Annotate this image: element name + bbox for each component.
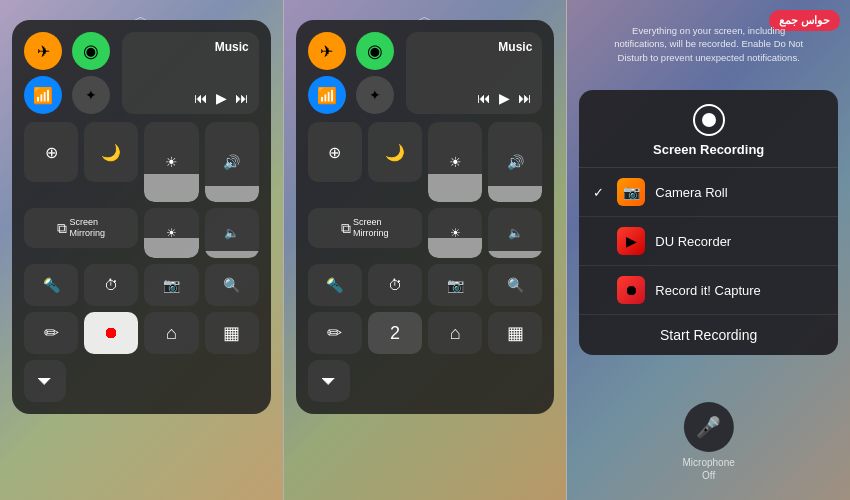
remote-btn-2[interactable]: ⏷ xyxy=(308,360,350,402)
calculator-btn[interactable]: ▦ xyxy=(205,312,259,354)
notes-btn[interactable]: ✏ xyxy=(24,312,78,354)
magnifier-btn[interactable]: 🔍 xyxy=(205,264,259,306)
check-icon: ✓ xyxy=(593,185,607,200)
next-icon-2[interactable]: ⏭ xyxy=(518,90,532,106)
do-not-disturb-btn-2[interactable]: 🌙 xyxy=(368,122,422,182)
record-it-label: Record it! Capture xyxy=(655,283,761,298)
volume-fill xyxy=(205,186,259,202)
timer-btn[interactable]: ⏱ xyxy=(84,264,138,306)
play-icon-2[interactable]: ▶ xyxy=(499,90,510,106)
magnifier-icon-2: 🔍 xyxy=(507,277,524,293)
check-empty-2: ✓ xyxy=(593,283,607,298)
lock-rotation-icon-2: ⊕ xyxy=(328,143,341,162)
next-icon[interactable]: ⏭ xyxy=(235,90,249,106)
cc-top-row-2: ✈ ◉ 📶 ✦ Music ⏮ ▶ ⏭ xyxy=(308,32,543,114)
brightness-icon-3: ☀ xyxy=(449,154,462,170)
mic-off-text: MicrophoneOff xyxy=(683,457,735,481)
camera-icon: 📷 xyxy=(163,277,180,293)
cc-quick-toggles-2: ✈ ◉ 📶 ✦ xyxy=(308,32,398,114)
home-btn[interactable]: ⌂ xyxy=(144,312,198,354)
brightness-fill xyxy=(144,174,198,202)
brightness-fill-3 xyxy=(428,174,482,202)
screen-mirror-btn[interactable]: ⧉ ScreenMirroring xyxy=(24,208,138,248)
sr-menu: Screen Recording ✓ 📷 Camera Roll ✓ ▶ DU … xyxy=(579,90,838,355)
lock-rotation-icon: ⊕ xyxy=(45,143,58,162)
camera-roll-label: Camera Roll xyxy=(655,185,727,200)
do-not-disturb-btn[interactable]: 🌙 xyxy=(84,122,138,182)
volume-slider-3[interactable]: 🔊 xyxy=(488,122,542,202)
timer-icon-2: ⏱ xyxy=(388,277,402,293)
volume-slider-4[interactable]: 🔈 xyxy=(488,208,542,258)
microphone-btn[interactable]: 🎤 xyxy=(684,402,734,452)
sr-description-text: Everything on your screen, includingnoti… xyxy=(614,25,803,63)
brightness-slider-2[interactable]: ☀ xyxy=(144,208,198,258)
bluetooth-btn-2[interactable]: ✦ xyxy=(356,76,394,114)
brightness-fill-4 xyxy=(428,238,482,258)
badge-btn[interactable]: 2 xyxy=(368,312,422,354)
brightness-slider-4[interactable]: ☀ xyxy=(428,208,482,258)
brightness-slider-3[interactable]: ☀ xyxy=(428,122,482,202)
sr-option-camera-roll[interactable]: ✓ 📷 Camera Roll xyxy=(579,168,838,217)
lock-rotation-btn[interactable]: ⊕ xyxy=(24,122,78,182)
volume-slider-2[interactable]: 🔈 xyxy=(205,208,259,258)
cellular-btn[interactable]: ◉ xyxy=(72,32,110,70)
screen-mirror-label-2: ScreenMirroring xyxy=(353,217,389,239)
notes-btn-2[interactable]: ✏ xyxy=(308,312,362,354)
screen-record-btn[interactable]: ⏺ xyxy=(84,312,138,354)
timer-icon: ⏱ xyxy=(104,277,118,293)
magnifier-btn-2[interactable]: 🔍 xyxy=(488,264,542,306)
wifi-btn[interactable]: 📶 xyxy=(24,76,62,114)
cellular-btn-2[interactable]: ◉ xyxy=(356,32,394,70)
start-recording-btn[interactable]: Start Recording xyxy=(579,315,838,355)
airplane-mode-btn[interactable]: ✈ xyxy=(24,32,62,70)
moon-icon: 🌙 xyxy=(101,143,121,162)
timer-btn-2[interactable]: ⏱ xyxy=(368,264,422,306)
brightness-slider[interactable]: ☀ xyxy=(144,122,198,202)
music-title-2: Music xyxy=(416,40,533,54)
home-btn-2[interactable]: ⌂ xyxy=(428,312,482,354)
lock-rotation-btn-2[interactable]: ⊕ xyxy=(308,122,362,182)
home-icon-2: ⌂ xyxy=(450,323,461,344)
camera-roll-icon: 📷 xyxy=(617,178,645,206)
camera-btn-2[interactable]: 📷 xyxy=(428,264,482,306)
home-icon: ⌂ xyxy=(166,323,177,344)
cc-quick-toggles-1: ✈ ◉ 📶 ✦ xyxy=(24,32,114,114)
volume-icon: 🔊 xyxy=(223,154,240,170)
sr-option-du-recorder[interactable]: ✓ ▶ DU Recorder xyxy=(579,217,838,266)
magnifier-icon: 🔍 xyxy=(223,277,240,293)
microphone-label: MicrophoneOff xyxy=(683,456,735,482)
volume-slider[interactable]: 🔊 xyxy=(205,122,259,202)
record-it-glyph: ⏺ xyxy=(624,282,638,298)
music-title-1: Music xyxy=(132,40,249,54)
cc-top-row-1: ✈ ◉ 📶 ✦ Music ⏮ ▶ ⏭ xyxy=(24,32,259,114)
flashlight-icon: 🔦 xyxy=(43,277,60,293)
du-recorder-label: DU Recorder xyxy=(655,234,731,249)
speaker-icon-4: 🔈 xyxy=(508,226,523,240)
flashlight-btn[interactable]: 🔦 xyxy=(24,264,78,306)
du-recorder-glyph: ▶ xyxy=(626,233,637,249)
wifi-btn-2[interactable]: 📶 xyxy=(308,76,346,114)
wifi-icon: 📶 xyxy=(33,86,53,105)
calculator-icon: ▦ xyxy=(223,322,240,344)
sr-option-record-it[interactable]: ✓ ⏺ Record it! Capture xyxy=(579,266,838,315)
prev-icon-2[interactable]: ⏮ xyxy=(477,90,491,106)
flashlight-btn-2[interactable]: 🔦 xyxy=(308,264,362,306)
sr-record-icon xyxy=(693,104,725,136)
remote-btn[interactable]: ⏷ xyxy=(24,360,66,402)
microphone-icon: 🎤 xyxy=(696,415,721,439)
calculator-btn-2[interactable]: ▦ xyxy=(488,312,542,354)
airplane-mode-btn-2[interactable]: ✈ xyxy=(308,32,346,70)
volume-fill-2 xyxy=(205,251,259,259)
camera-btn[interactable]: 📷 xyxy=(144,264,198,306)
cc-mirror-row-1: ⧉ ScreenMirroring ☀ 🔈 xyxy=(24,208,259,258)
control-center-2: ✈ ◉ 📶 ✦ Music ⏮ ▶ ⏭ xyxy=(296,20,555,414)
control-center-1: ✈ ◉ 📶 ✦ Music ⏮ ▶ ⏭ xyxy=(12,20,271,414)
prev-icon[interactable]: ⏮ xyxy=(194,90,208,106)
panel-3: حواس جمع Everything on your screen, incl… xyxy=(567,0,850,500)
camera-roll-glyph: 📷 xyxy=(623,184,640,200)
play-icon[interactable]: ▶ xyxy=(216,90,227,106)
volume-fill-4 xyxy=(488,251,542,259)
bluetooth-btn[interactable]: ✦ xyxy=(72,76,110,114)
screen-mirror-btn-2[interactable]: ⧉ ScreenMirroring xyxy=(308,208,422,248)
cc-last-row-1: ⏷ xyxy=(24,360,259,402)
